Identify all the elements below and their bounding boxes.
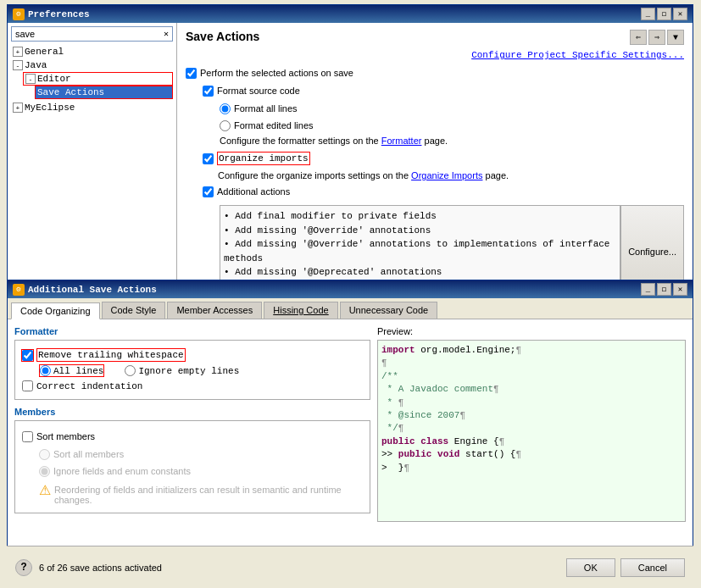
ignore-fields-radio[interactable]: [39, 466, 50, 477]
window-controls: _ ◻ ✕: [641, 8, 687, 20]
sort-members-checkbox[interactable]: [22, 431, 33, 442]
back-nav-button[interactable]: ⇐: [630, 30, 647, 45]
dialog-close-button[interactable]: ✕: [673, 283, 687, 296]
formatter-group-box: Remove trailing whitespace All lines Ign…: [14, 340, 370, 400]
sort-all-row: Sort all members: [39, 447, 363, 462]
restore-button[interactable]: ◻: [657, 8, 671, 20]
dialog-minimize-button[interactable]: _: [641, 283, 655, 296]
ignore-empty-radio[interactable]: [125, 365, 136, 376]
trailing-options: All lines Ignore empty lines: [39, 364, 363, 377]
format-source-label: Format source code: [217, 86, 300, 96]
dialog-title-left: ⚙ Additional Save Actions: [13, 284, 157, 296]
formatter-suffix: page.: [425, 136, 448, 146]
dialog-restore-button[interactable]: ◻: [657, 283, 671, 296]
preferences-icon: ⚙: [13, 8, 25, 20]
ok-button[interactable]: OK: [566, 558, 615, 577]
reordering-note: Reordering of fields and initializers ca…: [54, 485, 363, 505]
preferences-window: ⚙ Preferences _ ◻ ✕ ✕ + General: [7, 4, 693, 284]
tree-item-general: + General: [11, 45, 173, 58]
tab-unnecessary-code[interactable]: Unnecessary Code: [340, 302, 438, 319]
clear-search-icon[interactable]: ✕: [164, 29, 169, 39]
format-source-row: Format source code: [203, 83, 684, 98]
perform-on-save-label: Perform the selected actions on save: [200, 68, 353, 78]
preview-label: Preview:: [377, 326, 686, 336]
code-line-c2: * A Javadoc comment¶: [381, 383, 682, 396]
dialog-window-controls: _ ◻ ✕: [641, 283, 687, 296]
close-button[interactable]: ✕: [673, 8, 687, 20]
search-box: ✕: [11, 26, 173, 42]
format-source-checkbox[interactable]: [203, 86, 214, 97]
tab-code-style[interactable]: Code Style: [102, 302, 166, 319]
tree-item-java: - Java - Editor Save Actions: [11, 58, 173, 101]
preferences-title-bar: ⚙ Preferences _ ◻ ✕: [8, 5, 693, 23]
tab-missing-code[interactable]: Hissing Code: [264, 302, 337, 319]
search-input[interactable]: [15, 29, 134, 39]
preferences-title: Preferences: [28, 9, 90, 19]
additional-actions-checkbox[interactable]: [203, 186, 214, 197]
save-actions-label: Save Actions: [37, 87, 104, 97]
general-label: General: [25, 47, 64, 57]
additional-actions-list: • Add final modifier to private fields •…: [220, 205, 620, 282]
expand-java-icon[interactable]: -: [13, 60, 23, 70]
perform-on-save-checkbox[interactable]: [186, 68, 197, 79]
additional-save-actions-dialog: ⚙ Additional Save Actions _ ◻ ✕ Code Org…: [7, 280, 693, 585]
format-edited-lines-radio[interactable]: [220, 120, 231, 131]
sort-all-radio[interactable]: [39, 449, 50, 460]
code-line-c5: */¶: [381, 422, 682, 435]
sort-all-label: Sort all members: [53, 449, 124, 459]
code-preview-box: import org.model.Engine;¶ ¶ /** * A Java…: [377, 340, 686, 522]
tree-item-save-actions[interactable]: Save Actions: [35, 86, 173, 99]
ok-cancel-buttons: OK Cancel: [566, 558, 685, 577]
code-line-blank: ¶: [381, 357, 682, 369]
ignore-empty-label: Ignore empty lines: [138, 366, 239, 376]
remove-trailing-row: Remove trailing whitespace: [22, 348, 363, 362]
format-all-lines-radio[interactable]: [220, 103, 231, 114]
help-button[interactable]: ?: [15, 559, 32, 576]
correct-indentation-checkbox[interactable]: [22, 380, 33, 391]
additional-actions-label: Additional actions: [217, 186, 290, 197]
code-line-method: >> public void start() {¶: [381, 448, 682, 461]
configure-project-link[interactable]: Configure Project Specific Settings...: [186, 50, 684, 60]
myeclipse-label: MyEclipse: [25, 103, 75, 113]
java-children: - Editor Save Actions: [23, 71, 173, 100]
format-block: Format source code Format all lines Form…: [203, 83, 684, 282]
code-line-c1: /**: [381, 370, 682, 383]
all-lines-row: All lines Ignore empty lines: [39, 364, 363, 377]
panel-title: Save Actions: [186, 30, 259, 43]
remove-trailing-checkbox[interactable]: [22, 350, 33, 361]
status-text: 6 of 26 save actions activated: [39, 563, 162, 573]
right-settings-panel: Save Actions ⇐ ⇒ ▼ Configure Project Spe…: [177, 23, 693, 282]
editor-children: Save Actions: [35, 86, 173, 99]
expand-editor-icon[interactable]: -: [25, 74, 36, 84]
dialog-body: Formatter Remove trailing whitespace All…: [8, 319, 693, 575]
formatter-link[interactable]: Formatter: [381, 136, 422, 146]
expand-general-icon[interactable]: +: [13, 47, 23, 57]
all-lines-radio[interactable]: [40, 365, 51, 376]
configure-button[interactable]: Configure...: [620, 205, 684, 282]
minimize-button[interactable]: _: [641, 8, 655, 20]
expand-myeclipse-icon[interactable]: +: [13, 103, 23, 113]
dialog-icon: ⚙: [13, 284, 25, 296]
tab-code-organizing[interactable]: Code Organizing: [11, 302, 100, 319]
forward-nav-button[interactable]: ⇒: [648, 30, 665, 45]
ignore-fields-row: Ignore fields and enum constants: [39, 463, 363, 479]
sort-members-row: Sort members: [22, 429, 363, 444]
correct-indentation-label: Correct indentation: [36, 381, 142, 391]
ignore-empty-wrap: Ignore empty lines: [125, 365, 239, 376]
sort-options: Sort all members Ignore fields and enum …: [39, 447, 363, 508]
cancel-button[interactable]: Cancel: [620, 558, 685, 577]
organize-imports-label: Organize imports: [217, 152, 310, 165]
organize-link[interactable]: Organize Imports: [411, 170, 482, 180]
tab-member-accesses[interactable]: Member Accesses: [167, 302, 262, 319]
dialog-title-bar: ⚙ Additional Save Actions _ ◻ ✕: [8, 280, 693, 298]
formatter-group-label: Formatter: [14, 326, 370, 336]
editor-label: Editor: [37, 74, 71, 84]
organize-imports-checkbox[interactable]: [203, 153, 214, 164]
bottom-left: ? 6 of 26 save actions activated: [15, 559, 162, 576]
dropdown-nav-button[interactable]: ▼: [667, 30, 684, 45]
organize-desc-text: Configure the organize imports settings …: [218, 170, 409, 180]
bottom-bar: ? 6 of 26 save actions activated OK Canc…: [7, 546, 693, 588]
organize-suffix: page.: [486, 170, 509, 180]
all-lines-radio-wrap: All lines: [39, 364, 104, 377]
dialog-title: Additional Save Actions: [28, 285, 157, 295]
